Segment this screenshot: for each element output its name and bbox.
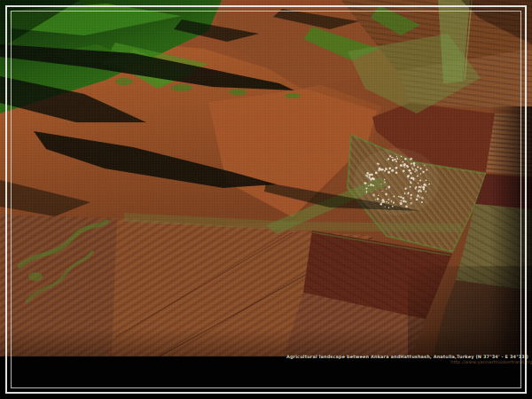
caption-url: http://www.yannarthusbertrand.org: [286, 360, 532, 366]
photo-caption: Agricultural landscape between Ankara an…: [286, 354, 528, 365]
film-grain: [0, 0, 532, 356]
wallpaper: Agricultural landscape between Ankara an…: [0, 0, 532, 399]
aerial-photo: [0, 0, 532, 356]
